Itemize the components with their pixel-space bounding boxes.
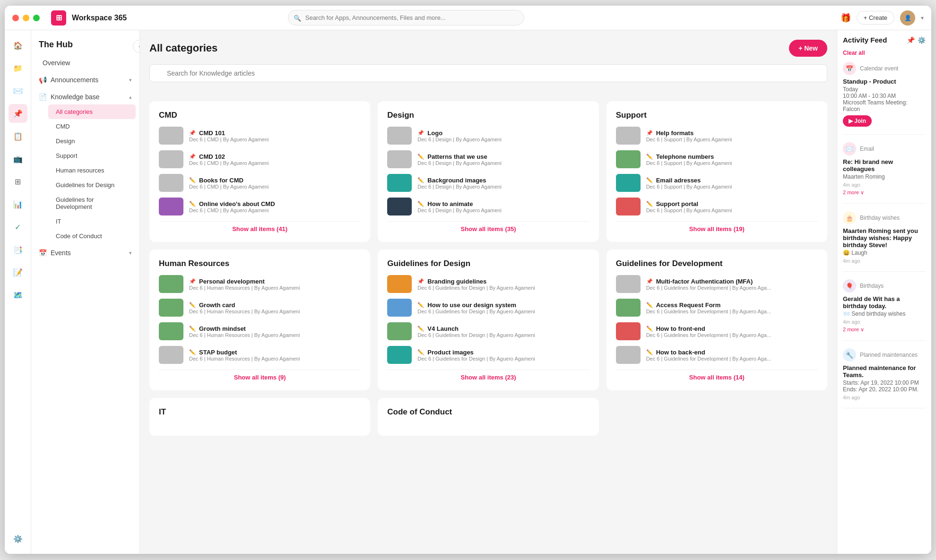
- nav-word-icon[interactable]: 📝: [9, 263, 27, 282]
- nav-powerpoint-icon[interactable]: 📑: [9, 240, 27, 259]
- sidebar-events-header[interactable]: 📅 Events ▾: [31, 245, 139, 260]
- nav-home-icon[interactable]: 🏠: [9, 36, 27, 55]
- human-resources-label: Human resources: [56, 167, 104, 174]
- category-card-guidelines-dev: Guidelines for Development 📌Multi-factor…: [607, 250, 827, 390]
- article-item[interactable]: ✏️How to front-end Dec 6 | Guidelines fo…: [616, 322, 818, 340]
- show-all-link[interactable]: Show all items (35): [387, 221, 589, 233]
- sidebar-item-it[interactable]: IT: [48, 214, 136, 229]
- events-icon: 📅: [39, 249, 47, 257]
- article-meta: Dec 6 | Human Resources | By Aguero Agam…: [189, 309, 361, 314]
- sidebar-item-overview[interactable]: Overview: [35, 55, 136, 70]
- article-meta: Dec 6 | Support | By Aguero Agameni: [646, 184, 818, 190]
- feed-more-link[interactable]: 2 more ∨: [843, 327, 926, 333]
- avatar[interactable]: 👤: [900, 10, 915, 26]
- minimize-button[interactable]: [23, 15, 29, 21]
- article-item[interactable]: 📌Help formats Dec 6 | Support | By Aguer…: [616, 127, 818, 145]
- feed-settings-icon[interactable]: ⚙️: [918, 36, 926, 44]
- article-item[interactable]: ✏️Background images Dec 6 | Design | By …: [387, 174, 589, 192]
- article-item[interactable]: ✏️Support portal Dec 6 | Support | By Ag…: [616, 198, 818, 215]
- feed-content-title: Gerald de Wit has a birthday today.: [843, 295, 926, 310]
- close-button[interactable]: [12, 15, 19, 21]
- article-item[interactable]: ✏️Books for CMD Dec 6 | CMD | By Aguero …: [159, 174, 361, 192]
- article-search-input[interactable]: [149, 64, 827, 82]
- nav-mail-icon[interactable]: ✉️: [9, 81, 27, 100]
- sidebar-knowledge-header[interactable]: 📄 Knowledge base ▴: [31, 89, 139, 104]
- create-button[interactable]: + Create: [857, 11, 894, 25]
- sidebar-item-guidelines-design[interactable]: Guidelines for Design: [48, 178, 136, 192]
- article-item[interactable]: ✏️Growth card Dec 6 | Human Resources | …: [159, 299, 361, 317]
- article-meta: Dec 6 | Guidelines for Development | By …: [646, 285, 818, 291]
- show-all-link[interactable]: Show all items (9): [159, 370, 361, 381]
- article-thumb: [616, 275, 641, 293]
- global-search-input[interactable]: [288, 10, 524, 26]
- article-thumb: [616, 127, 641, 145]
- show-all-link[interactable]: Show all items (19): [616, 221, 818, 233]
- article-item[interactable]: ✏️Growth mindset Dec 6 | Human Resources…: [159, 322, 361, 340]
- sidebar-item-design[interactable]: Design: [48, 134, 136, 148]
- article-item[interactable]: ✏️Access Request Form Dec 6 | Guidelines…: [616, 299, 818, 317]
- category-title: IT: [159, 407, 361, 417]
- nav-excel-icon[interactable]: 📊: [9, 195, 27, 214]
- clear-all-button[interactable]: Clear all: [843, 50, 926, 56]
- article-thumb: [159, 174, 183, 192]
- article-item[interactable]: 📌CMD 101 Dec 6 | CMD | By Aguero Agameni: [159, 127, 361, 145]
- article-item[interactable]: ✏️V4 Launch Dec 6 | Guidelines for Desig…: [387, 322, 589, 340]
- nav-tv-icon[interactable]: 📺: [9, 149, 27, 168]
- article-thumb: [159, 127, 183, 145]
- all-categories-label: All categories: [56, 108, 93, 115]
- article-meta: Dec 6 | Design | By Aguero Agameni: [417, 137, 589, 142]
- nav-bookmark-icon[interactable]: 📌: [9, 104, 27, 123]
- article-item[interactable]: ✏️How to use our design system Dec 6 | G…: [387, 299, 589, 317]
- sidebar-item-human-resources[interactable]: Human resources: [48, 163, 136, 178]
- nav-folder-icon[interactable]: 📁: [9, 59, 27, 78]
- article-info: ✏️Telephone numbers Dec 6 | Support | By…: [646, 153, 818, 166]
- feed-more-link[interactable]: 2 more ∨: [843, 190, 926, 196]
- article-item[interactable]: ✏️STAP budget Dec 6 | Human Resources | …: [159, 346, 361, 364]
- article-item[interactable]: ✏️Email adresses Dec 6 | Support | By Ag…: [616, 174, 818, 192]
- show-all-link[interactable]: Show all items (23): [387, 370, 589, 381]
- feed-pin-icon[interactable]: 📌: [907, 36, 915, 44]
- sidebar-item-code-of-conduct[interactable]: Code of Conduct: [48, 229, 136, 243]
- sidebar-item-guidelines-dev[interactable]: Guidelines for Development: [48, 192, 136, 214]
- category-card-human-resources: Human Resources 📌Personal development De…: [149, 250, 370, 390]
- article-title: ✏️Background images: [417, 177, 589, 184]
- nav-list-icon[interactable]: 📋: [9, 127, 27, 146]
- article-info: ✏️Patterns that we use Dec 6 | Design | …: [417, 153, 589, 166]
- new-button[interactable]: + New: [789, 40, 827, 57]
- show-all-link[interactable]: Show all items (41): [159, 221, 361, 233]
- sidebar-announcements-header[interactable]: 📢 Announcements ▾: [31, 72, 139, 87]
- article-item[interactable]: ✏️Patterns that we use Dec 6 | Design | …: [387, 150, 589, 168]
- nav-check-icon[interactable]: ✓: [9, 217, 27, 236]
- article-item[interactable]: ✏️Telephone numbers Dec 6 | Support | By…: [616, 150, 818, 168]
- article-item[interactable]: 📌Logo Dec 6 | Design | By Aguero Agameni: [387, 127, 589, 145]
- maximize-button[interactable]: [33, 15, 40, 21]
- feed-item-header: 🎈 Birthdays: [843, 279, 926, 293]
- article-info: ✏️How to back-end Dec 6 | Guidelines for…: [646, 349, 818, 362]
- nav-map-icon[interactable]: 🗺️: [9, 285, 27, 304]
- events-label: Events: [51, 249, 71, 257]
- nav-grid-icon[interactable]: ⊞: [9, 172, 27, 191]
- category-title: Human Resources: [159, 259, 361, 268]
- nav-settings-icon[interactable]: ⚙️: [9, 529, 27, 548]
- article-info: ✏️How to front-end Dec 6 | Guidelines fo…: [646, 325, 818, 338]
- article-item[interactable]: 📌Branding guidelines Dec 6 | Guidelines …: [387, 275, 589, 293]
- join-button[interactable]: ▶ Join: [843, 115, 872, 127]
- article-item[interactable]: ✏️How to back-end Dec 6 | Guidelines for…: [616, 346, 818, 364]
- article-info: ✏️How to use our design system Dec 6 | G…: [417, 302, 589, 314]
- sidebar-item-all-categories[interactable]: All categories: [48, 104, 136, 119]
- article-meta: Dec 6 | Design | By Aguero Agameni: [417, 160, 589, 166]
- gift-button[interactable]: 🎁: [841, 13, 851, 23]
- article-item[interactable]: 📌CMD 102 Dec 6 | CMD | By Aguero Agameni: [159, 150, 361, 168]
- article-item[interactable]: 📌Personal development Dec 6 | Human Reso…: [159, 275, 361, 293]
- article-item[interactable]: 📌Multi-factor Authentication (MFA) Dec 6…: [616, 275, 818, 293]
- category-title: Design: [387, 111, 589, 120]
- sidebar-item-cmd[interactable]: CMD: [48, 119, 136, 134]
- sidebar-item-support[interactable]: Support: [48, 148, 136, 163]
- feed-item-header: 🎂 Birthday wishes: [843, 211, 926, 224]
- article-item[interactable]: ✏️Product images Dec 6 | Guidelines for …: [387, 346, 589, 364]
- article-item[interactable]: ✏️Online video's about CMD Dec 6 | CMD |…: [159, 198, 361, 215]
- main-layout: 🏠 📁 ✉️ 📌 📋 📺 ⊞ 📊 ✓ 📑 📝 🗺️ ⚙️ ‹ The Hub O…: [5, 30, 931, 554]
- article-title: ✏️How to use our design system: [417, 302, 589, 309]
- show-all-link[interactable]: Show all items (14): [616, 370, 818, 381]
- article-item[interactable]: ✏️How to animate Dec 6 | Design | By Agu…: [387, 198, 589, 215]
